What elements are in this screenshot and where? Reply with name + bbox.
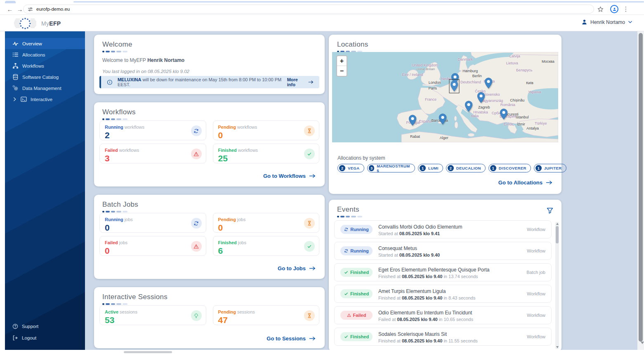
- sidebar-item-workflows[interactable]: Workflows: [5, 60, 85, 71]
- map-pin[interactable]: [477, 92, 485, 103]
- chip-discoverer: 1DISCOVERER: [488, 164, 531, 172]
- filter-icon[interactable]: [547, 207, 553, 215]
- map-pin[interactable]: [500, 109, 507, 120]
- browser-profile-avatar[interactable]: [610, 5, 618, 13]
- stat-running-workflows: Running workflows 2: [99, 120, 206, 140]
- last-login-text: You last logged in on 08.05.2025 klo 9.0…: [102, 69, 316, 74]
- events-title: Events: [337, 205, 362, 214]
- lightbulb-icon: [191, 310, 202, 321]
- user-name: Henrik Nortamo: [590, 19, 625, 25]
- logout-icon: [12, 335, 18, 341]
- sidebar-item-software-catalog[interactable]: Software Catalog: [5, 71, 85, 83]
- go-to-jobs-link[interactable]: Go to Jobs: [278, 265, 316, 271]
- sidebar-item-support[interactable]: Support: [5, 321, 85, 332]
- stat-running-jobs: Running jobs 0: [99, 213, 206, 233]
- main-content: Welcome Welcome to MyEFP Henrik Nortamo …: [85, 31, 637, 350]
- sessions-card: Interactive Sessions Active sessions 53 …: [94, 287, 325, 348]
- warning-icon: [347, 313, 351, 317]
- event-title: Amet Turpis Elementum Ligula: [378, 288, 446, 294]
- url-bar[interactable]: eurofp-demo.eu: [23, 5, 594, 14]
- banner-text: MELUXINA will be down for maintenance on…: [118, 77, 282, 87]
- sessions-stats: Active sessions 53 Pending sessions 47: [99, 305, 319, 325]
- brand-text: MyEFP: [41, 20, 61, 27]
- map-pin[interactable]: [465, 101, 472, 112]
- sync-icon: [344, 249, 348, 253]
- arrow-right-icon: [308, 80, 314, 84]
- zoom-out-button[interactable]: −: [337, 66, 347, 76]
- status-badge-failed: Failed: [340, 311, 373, 320]
- batch-jobs-stats: Running jobs 0 Pending jobs 0 Failed job…: [99, 213, 319, 256]
- zoom-in-button[interactable]: +: [337, 56, 347, 66]
- event-title: Consequat Metus: [378, 245, 417, 251]
- check-icon: [344, 270, 348, 274]
- bookmark-star-icon[interactable]: [596, 5, 604, 13]
- events-scrollbar-thumb[interactable]: [556, 226, 559, 243]
- event-row[interactable]: Failed Odio Elementum Eu Interdum Eu Tin…: [334, 306, 552, 324]
- more-info-link[interactable]: More info: [287, 77, 314, 87]
- event-row[interactable]: Finished Sodales Scelerisque Mauris SitF…: [334, 328, 552, 346]
- event-row[interactable]: Finished Eget Eros Elementum Pellentesqu…: [334, 263, 552, 281]
- forward-icon[interactable]: →: [16, 5, 24, 13]
- chip-marenostrum: 3MARENOSTRUM 5: [367, 164, 415, 172]
- chip-jupiter: 1JUPITER: [534, 164, 566, 172]
- event-title: Odio Elementum Eu Interdum Eu Tincidunt: [378, 310, 472, 316]
- map-land-shapes: [332, 52, 558, 142]
- chevron-down-icon: [628, 21, 632, 24]
- chip-lumi: 1LUMI: [418, 164, 443, 172]
- app-header: MyEFP Henrik Nortamo: [0, 15, 644, 31]
- europe-map[interactable]: United KingdomGreat BritainÉire / Irelan…: [332, 52, 558, 142]
- map-pin[interactable]: [439, 113, 446, 125]
- scroll-down-arrow: [641, 342, 644, 344]
- check-icon: [344, 292, 348, 296]
- welcome-user-name: Henrik Nortamo: [147, 57, 184, 63]
- scroll-down-arrow[interactable]: [556, 346, 559, 348]
- list-icon: [12, 52, 19, 58]
- url-text[interactable]: eurofp-demo.eu: [36, 7, 70, 12]
- page-scrollbar[interactable]: [637, 31, 644, 350]
- go-to-workflows-link[interactable]: Go to Workflows: [263, 173, 316, 179]
- back-icon[interactable]: ←: [6, 5, 14, 13]
- check-icon: [304, 149, 315, 159]
- sidebar-item-allocations[interactable]: Allocations: [5, 49, 85, 60]
- status-badge-finished: Finished: [340, 289, 373, 298]
- event-title: Convallis Morbi Odio Odio Elementum: [378, 224, 462, 230]
- chevron-right-icon: [13, 97, 16, 101]
- sessions-title: Interactive Sessions: [102, 293, 316, 301]
- event-row[interactable]: Finished Amet Turpis Elementum LigulaFin…: [334, 285, 552, 303]
- map-pin[interactable]: [450, 80, 458, 92]
- event-row[interactable]: Running Convallis Morbi Odio Odio Elemen…: [334, 220, 552, 238]
- arrow-right-icon: [309, 174, 316, 178]
- system-chips: 2VEGA 3MARENOSTRUM 5 1LUMI 2DEUCALION 1D…: [337, 164, 566, 172]
- check-icon: [304, 241, 315, 252]
- user-menu[interactable]: Henrik Nortamo: [581, 19, 632, 25]
- browser-menu-icon[interactable]: ⋮: [622, 5, 630, 13]
- horizontal-scrollbar-thumb[interactable]: [124, 351, 172, 353]
- info-icon: [107, 79, 113, 85]
- go-to-allocations-link[interactable]: Go to Allocations: [498, 179, 552, 186]
- map-zoom-control: + −: [336, 55, 347, 77]
- arrow-right-icon: [546, 180, 552, 185]
- sidebar-item-overview[interactable]: Overview: [5, 38, 85, 49]
- user-icon: [581, 19, 587, 25]
- stat-pending-jobs: Pending jobs 0: [213, 213, 320, 233]
- sidebar-item-interactive[interactable]: Interactive: [5, 94, 85, 105]
- sidebar-item-logout[interactable]: Logout: [5, 333, 85, 343]
- welcome-title: Welcome: [102, 40, 316, 49]
- event-detail: Finished at 08.05.2025 klo 9.40 in 11.55…: [378, 338, 521, 343]
- bottom-strip: [0, 350, 644, 354]
- go-to-sessions-link[interactable]: Go to Sessions: [267, 335, 316, 342]
- map-pin[interactable]: [409, 115, 417, 126]
- event-row[interactable]: Running Consequat MetusStarted at 08.05.…: [334, 242, 552, 260]
- browser-toolbar: ← → eurofp-demo.eu ⋮: [0, 3, 644, 15]
- stat-failed-workflows: Failed workflows 3: [99, 144, 206, 163]
- locations-title: Locations: [337, 40, 553, 49]
- page-scrollbar-thumb[interactable]: [639, 33, 643, 342]
- site-settings-icon[interactable]: [28, 7, 33, 12]
- sync-icon: [191, 218, 202, 229]
- map-pin[interactable]: [485, 78, 493, 89]
- hourglass-icon: [304, 218, 315, 229]
- sidebar-item-data-management[interactable]: Data Management: [5, 83, 85, 94]
- help-icon: [12, 323, 18, 329]
- events-scrollbar[interactable]: [555, 222, 559, 349]
- scroll-up-arrow[interactable]: [556, 223, 559, 225]
